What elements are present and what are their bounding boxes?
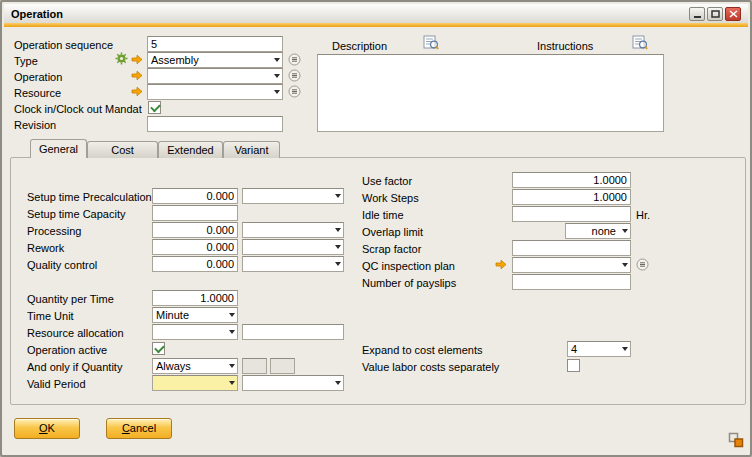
quantity-per-time-input[interactable] xyxy=(152,290,238,306)
close-icon xyxy=(729,10,738,18)
link-arrow-icon[interactable] xyxy=(131,54,143,65)
resource-select[interactable] xyxy=(147,84,283,100)
time-unit-label: Time Unit xyxy=(27,309,74,323)
maximize-button[interactable] xyxy=(707,7,723,21)
dropdown-arrow-icon[interactable] xyxy=(619,258,630,272)
description-label: Description xyxy=(332,39,387,53)
setup-precalculation-cost-element-select[interactable] xyxy=(242,188,344,204)
close-button[interactable] xyxy=(725,7,741,21)
operation-select[interactable] xyxy=(147,68,283,84)
link-arrow-icon[interactable] xyxy=(131,86,143,97)
resource-allocation-extra-input[interactable] xyxy=(242,324,344,340)
operation-window: Operation Operation sequence Type Assemb… xyxy=(0,0,752,457)
qc-inspection-plan-select[interactable] xyxy=(512,257,631,273)
dropdown-arrow-icon[interactable] xyxy=(332,189,343,203)
time-unit-value: Minute xyxy=(153,308,226,322)
dropdown-arrow-icon[interactable] xyxy=(271,85,282,99)
qc-inspection-plan-value xyxy=(513,258,619,272)
clock-mandatory-checkbox[interactable] xyxy=(148,101,161,114)
idle-time-unit-label: Hr. xyxy=(636,208,650,222)
resource-value xyxy=(148,85,271,99)
choose-from-list-icon[interactable] xyxy=(636,258,649,271)
link-arrow-icon[interactable] xyxy=(131,70,143,81)
resource-allocation-label: Resource allocation xyxy=(27,326,124,340)
resource-allocation-select[interactable] xyxy=(152,324,238,340)
choose-from-list-icon[interactable] xyxy=(288,69,301,82)
preview-instructions-icon[interactable] xyxy=(632,35,648,50)
tab-variant[interactable]: Variant xyxy=(223,141,280,158)
operation-sequence-label: Operation sequence xyxy=(14,38,113,52)
cancel-button[interactable]: Cancel xyxy=(106,418,172,439)
setup-capacity-label: Setup time Capacity xyxy=(27,207,125,221)
tab-cost[interactable]: Cost xyxy=(87,141,158,158)
processing-time-input[interactable] xyxy=(152,222,238,238)
overlap-limit-select[interactable]: none xyxy=(565,223,631,239)
dropdown-arrow-icon[interactable] xyxy=(226,359,237,373)
operation-active-checkbox[interactable] xyxy=(152,342,165,355)
dropdown-arrow-icon[interactable] xyxy=(226,376,237,390)
quality-control-cost-element-select[interactable] xyxy=(242,256,344,272)
titlebar: Operation xyxy=(4,4,748,23)
time-unit-select[interactable]: Minute xyxy=(152,307,238,323)
dropdown-arrow-icon[interactable] xyxy=(332,376,343,390)
work-steps-input[interactable] xyxy=(512,189,631,205)
dropdown-arrow-icon[interactable] xyxy=(332,257,343,271)
window-controls xyxy=(689,7,741,21)
instructions-label: Instructions xyxy=(537,39,593,53)
and-only-if-quantity-value: Always xyxy=(153,359,226,373)
and-only-if-quantity-label: And only if Quantity xyxy=(27,360,122,374)
number-of-payslips-input[interactable] xyxy=(512,274,631,290)
value-labor-costs-separately-checkbox[interactable] xyxy=(567,359,580,372)
valid-period-extra-select[interactable] xyxy=(242,375,344,391)
operation-sequence-input[interactable] xyxy=(147,36,283,52)
type-select[interactable]: Assembly xyxy=(147,52,283,68)
dropdown-arrow-icon[interactable] xyxy=(619,224,630,238)
dropdown-arrow-icon[interactable] xyxy=(332,240,343,254)
expand-to-cost-elements-select[interactable]: 4 xyxy=(567,341,631,357)
window-title: Operation xyxy=(11,8,63,20)
preview-description-icon[interactable] xyxy=(423,35,439,50)
resize-grip-icon[interactable] xyxy=(728,432,744,448)
choose-from-list-icon[interactable] xyxy=(288,53,301,66)
revision-input[interactable] xyxy=(147,116,283,132)
idle-time-input[interactable] xyxy=(512,206,631,222)
dropdown-arrow-icon[interactable] xyxy=(226,325,237,339)
tab-general[interactable]: General xyxy=(30,139,87,158)
type-label: Type xyxy=(14,54,38,68)
quantity-max-input xyxy=(270,358,295,374)
tab-extended[interactable]: Extended xyxy=(158,141,223,158)
operation-label: Operation xyxy=(14,70,62,84)
quality-control-label: Quality control xyxy=(27,258,97,272)
use-factor-label: Use factor xyxy=(362,174,412,188)
minimize-button[interactable] xyxy=(689,7,705,21)
dropdown-arrow-icon[interactable] xyxy=(271,53,282,67)
ok-button[interactable]: OK xyxy=(14,418,80,439)
dropdown-arrow-icon[interactable] xyxy=(332,223,343,237)
dropdown-arrow-icon[interactable] xyxy=(226,308,237,322)
dropdown-arrow-icon[interactable] xyxy=(619,342,630,356)
and-only-if-quantity-select[interactable]: Always xyxy=(152,358,238,374)
use-factor-input[interactable] xyxy=(512,172,631,188)
overlap-limit-value: none xyxy=(566,224,619,238)
setup-capacity-time-input[interactable] xyxy=(152,205,238,221)
valid-period-select[interactable] xyxy=(152,375,238,391)
description-textarea[interactable] xyxy=(317,54,664,132)
rework-time-input[interactable] xyxy=(152,239,238,255)
qc-inspection-plan-label: QC inspection plan xyxy=(362,259,455,273)
processing-cost-element-select[interactable] xyxy=(242,222,344,238)
valid-period-value xyxy=(153,376,226,390)
link-arrow-icon[interactable] xyxy=(495,259,507,270)
quality-control-time-input[interactable] xyxy=(152,256,238,272)
gear-icon[interactable] xyxy=(115,52,128,65)
setup-precalculation-time-input[interactable] xyxy=(152,188,238,204)
clock-mandatory-label: Clock in/Clock out Mandat xyxy=(14,102,142,116)
scrap-factor-input[interactable] xyxy=(512,240,631,256)
cost-element-value xyxy=(243,257,332,271)
dropdown-arrow-icon[interactable] xyxy=(271,69,282,83)
type-value: Assembly xyxy=(148,53,271,67)
scrap-factor-label: Scrap factor xyxy=(362,242,421,256)
processing-label: Processing xyxy=(27,224,81,238)
rework-cost-element-select[interactable] xyxy=(242,239,344,255)
maximize-icon xyxy=(711,10,720,18)
choose-from-list-icon[interactable] xyxy=(288,85,301,98)
